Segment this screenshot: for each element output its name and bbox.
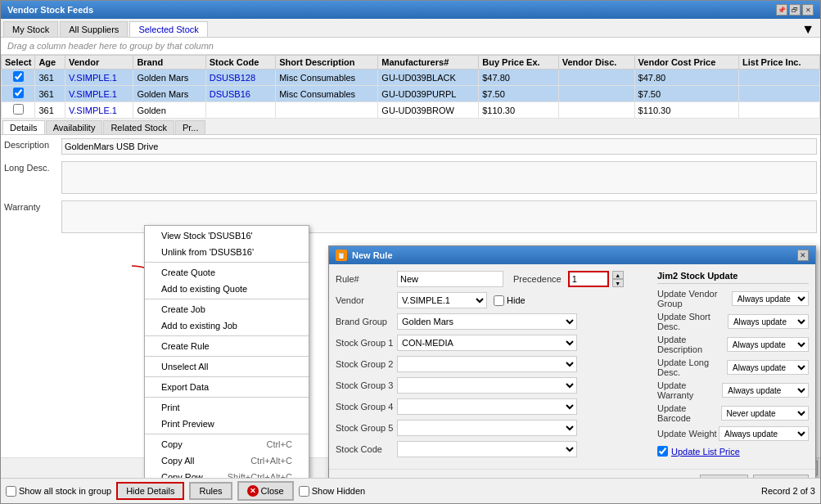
row-mfr: GU-UD039BROW [378, 102, 479, 119]
menu-copy[interactable]: Copy Ctrl+C [145, 436, 309, 452]
detail-tab-details[interactable]: Details [2, 120, 45, 134]
col-buy-price: Buy Price Ex. [479, 56, 558, 70]
tab-all-suppliers[interactable]: All Suppliers [60, 21, 128, 37]
restore-button[interactable]: 🗗 [789, 4, 801, 16]
row-age: 361 [35, 102, 65, 119]
stock-group1-select[interactable]: CON-MEDIA [397, 335, 577, 351]
description-label: Description [4, 138, 61, 150]
update-warranty-select[interactable]: Always update Never update If blank upda… [722, 383, 809, 398]
show-all-checkbox[interactable] [6, 486, 16, 497]
save-button[interactable]: Save [700, 475, 748, 478]
menu-print[interactable]: Print [145, 399, 309, 416]
update-short-desc-row: Update Short Desc. Always update Never u… [657, 312, 809, 331]
row-age: 361 [35, 70, 65, 86]
hide-checkbox[interactable] [494, 295, 504, 306]
jim2-panel-title: Jim2 Stock Update [657, 271, 809, 284]
col-select: Select [2, 56, 35, 70]
col-brand: Brand [133, 56, 205, 70]
cancel-button[interactable]: Cancel [753, 475, 809, 478]
table-row[interactable]: 361 V.SIMPLE.1 Golden GU-UD039BROW $110.… [2, 102, 820, 119]
title-bar-buttons: 📌 🗗 ✕ [776, 4, 814, 16]
stock-group2-select[interactable] [397, 356, 577, 372]
update-description-select[interactable]: Always update Never update If blank upda… [727, 337, 809, 352]
row-checkbox[interactable] [2, 86, 35, 102]
precedence-spinner: ▲ ▼ [612, 271, 624, 287]
menu-print-preview[interactable]: Print Preview [145, 416, 309, 432]
update-barcode-select[interactable]: Always update Never update If blank upda… [721, 406, 809, 421]
menu-unlink[interactable]: Unlink from 'DSUSB16' [145, 244, 309, 260]
context-menu: View Stock 'DSUSB16' Unlink from 'DSUSB1… [144, 225, 309, 478]
row-vendor-disc [558, 102, 634, 119]
window-title: Vendor Stock Feeds [7, 5, 93, 15]
close-button[interactable]: ✕ Close [237, 481, 294, 501]
brand-group-select[interactable]: Golden Mars [397, 313, 577, 330]
stock-code-select[interactable] [397, 441, 577, 457]
jim2-stock-update-panel: Jim2 Stock Update Update Vendor Group Al… [657, 271, 809, 462]
menu-export-data[interactable]: Export Data [145, 379, 309, 395]
tab-my-stock[interactable]: My Stock [3, 21, 58, 37]
col-vendor-disc: Vendor Disc. [558, 56, 634, 70]
row-buy-price: $110.30 [479, 102, 558, 119]
stock-group1-label: Stock Group 1 [336, 338, 397, 348]
precedence-group: Precedence ▲ ▼ [513, 271, 624, 287]
detail-tab-pr[interactable]: Pr... [175, 120, 206, 134]
precedence-label: Precedence [513, 274, 562, 284]
menu-unselect-all[interactable]: Unselect All [145, 358, 309, 375]
row-checkbox[interactable] [2, 102, 35, 119]
update-short-desc-select[interactable]: Always update Never update If blank upda… [728, 314, 809, 329]
menu-copy-row-shortcut: Shift+Ctrl+Alt+C [228, 472, 292, 478]
table-row[interactable]: 361 V.SIMPLE.1 Golden Mars DSUSB128 Misc… [2, 70, 820, 86]
stock-group4-select[interactable] [397, 398, 577, 415]
precedence-input[interactable] [568, 271, 609, 287]
detail-tab-related-stock[interactable]: Related Stock [103, 120, 174, 134]
menu-add-job[interactable]: Add to existing Job [145, 317, 309, 334]
detail-tab-availability[interactable]: Availability [46, 120, 103, 134]
update-long-desc-select[interactable]: Always update Never update If blank upda… [727, 360, 809, 375]
row-stock-code [205, 102, 275, 119]
separator-4 [145, 356, 309, 357]
table-row[interactable]: 361 V.SIMPLE.1 Golden Mars DSUSB16 Misc … [2, 86, 820, 102]
show-hidden-checkbox[interactable] [299, 486, 309, 497]
precedence-down-button[interactable]: ▼ [612, 279, 624, 287]
update-weight-select[interactable]: Always update Never update If blank upda… [719, 426, 809, 441]
update-warranty-row: Update Warranty Always update Never upda… [657, 380, 809, 400]
menu-copy-all-label: Copy All [161, 456, 194, 466]
pin-button[interactable]: 📌 [776, 4, 787, 16]
rule-num-input[interactable] [397, 271, 503, 287]
tab-selected-stock[interactable]: Selected Stock [129, 21, 207, 37]
stock-group5-select[interactable] [397, 420, 577, 436]
row-checkbox[interactable] [2, 70, 35, 86]
close-window-button[interactable]: ✕ [802, 4, 814, 16]
menu-copy-row[interactable]: Copy Row Shift+Ctrl+Alt+C [145, 469, 309, 478]
bottom-bar: Show all stock in group Hide Details Rul… [1, 478, 820, 503]
rule-num-row: Rule# Precedence ▲ ▼ [336, 271, 651, 287]
separator-7 [145, 434, 309, 434]
record-info: Record 2 of 3 [761, 486, 815, 496]
menu-view-stock[interactable]: View Stock 'DSUSB16' [145, 227, 309, 244]
update-list-price-checkbox[interactable] [657, 446, 668, 457]
long-desc-input[interactable] [61, 161, 817, 194]
menu-create-rule[interactable]: Create Rule [145, 338, 309, 354]
dialog-close-button[interactable]: ✕ [797, 250, 809, 261]
collapse-arrow[interactable]: ▼ [801, 22, 818, 37]
stock-group3-select[interactable] [397, 377, 577, 394]
row-list-price [739, 86, 820, 102]
dialog-title-bar: 📋 New Rule ✕ [329, 246, 815, 264]
separator-6 [145, 397, 309, 398]
row-mfr: GU-UD039PURPL [378, 86, 479, 102]
stock-group4-row: Stock Group 4 [336, 398, 651, 415]
menu-copy-all[interactable]: Copy All Ctrl+Alt+C [145, 452, 309, 469]
new-rule-dialog-overlay: 📋 New Rule ✕ Rule# Precedence [328, 245, 816, 478]
vendor-select[interactable]: V.SIMPLE.1 [397, 292, 487, 308]
dialog-title: 📋 New Rule [336, 250, 393, 261]
precedence-up-button[interactable]: ▲ [612, 271, 624, 279]
menu-add-quote[interactable]: Add to existing Quote [145, 281, 309, 297]
menu-create-job[interactable]: Create Job [145, 301, 309, 317]
menu-create-quote[interactable]: Create Quote [145, 264, 309, 281]
dialog-icon: 📋 [336, 250, 347, 261]
hide-details-button[interactable]: Hide Details [116, 482, 184, 500]
update-vendor-group-select[interactable]: Always update Never update If blank upda… [732, 291, 809, 306]
separator-1 [145, 262, 309, 263]
rules-button[interactable]: Rules [189, 482, 232, 500]
description-input[interactable] [61, 138, 817, 155]
